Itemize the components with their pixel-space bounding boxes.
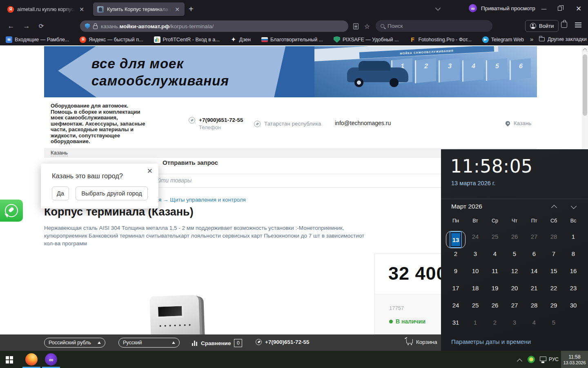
url-bar[interactable]: казань.мойки-автомат.рф/korpus-terminala… bbox=[80, 20, 348, 32]
keyboard-language-indicator[interactable]: РУС bbox=[549, 357, 559, 362]
window-close-button[interactable]: ✕ bbox=[576, 4, 581, 13]
calendar-day-selected[interactable]: 13 bbox=[446, 231, 466, 248]
calendar-day[interactable]: 28 bbox=[544, 228, 564, 245]
new-tab-button[interactable]: + bbox=[189, 4, 194, 14]
firefox-private-taskbar-icon[interactable] bbox=[45, 353, 57, 366]
breadcrumb[interactable]: я → Щиты управления и контроля bbox=[158, 197, 246, 203]
datetime-settings-link[interactable]: Параметры даты и времени bbox=[451, 338, 531, 345]
bookmark-item[interactable]: ЯЯндекс — быстрый п... bbox=[80, 36, 143, 43]
calendar-day[interactable]: 5 bbox=[505, 245, 524, 262]
tracking-shield-icon[interactable] bbox=[85, 23, 90, 29]
scrollbar-up-icon[interactable] bbox=[583, 48, 587, 52]
calendar-day[interactable]: 31 bbox=[446, 314, 466, 331]
bookmarks-overflow-chevron-icon[interactable]: » bbox=[530, 36, 533, 43]
calendar-day[interactable]: 27 bbox=[524, 228, 544, 245]
footer-phone[interactable]: +7(900)651-72-55 bbox=[256, 339, 309, 345]
calendar-day[interactable]: 18 bbox=[466, 279, 485, 296]
antivirus-tray-icon[interactable] bbox=[528, 356, 535, 363]
language-select[interactable]: Русский bbox=[118, 338, 180, 348]
search-bar[interactable]: Поиск bbox=[376, 20, 492, 32]
window-restore-button[interactable] bbox=[558, 7, 562, 11]
bookmark-item[interactable]: PIXSAFE — Удобный ... bbox=[334, 36, 399, 43]
popup-yes-button[interactable]: Да bbox=[52, 186, 69, 200]
menu-hamburger-icon[interactable] bbox=[575, 22, 581, 27]
calendar-day[interactable]: 3 bbox=[505, 314, 524, 331]
calendar-day[interactable]: 8 bbox=[564, 245, 583, 262]
calendar-day[interactable]: 11 bbox=[485, 262, 505, 279]
bookmark-item[interactable]: Telegram Web bbox=[482, 36, 524, 43]
cart-link[interactable]: Корзина bbox=[406, 339, 437, 345]
signin-button[interactable]: Войти bbox=[525, 20, 559, 32]
calendar-day[interactable]: 3 bbox=[466, 245, 485, 262]
calendar-day[interactable]: 24 bbox=[446, 296, 466, 314]
reload-button[interactable]: ⟳ bbox=[36, 21, 47, 31]
extension-icon[interactable] bbox=[561, 22, 567, 28]
other-bookmarks-button[interactable]: Другие закладки bbox=[539, 36, 587, 42]
calendar-day[interactable]: 21 bbox=[524, 279, 544, 296]
calendar-day[interactable]: 14 bbox=[524, 262, 544, 279]
calendar-day[interactable]: 2 bbox=[485, 314, 505, 331]
calendar-day[interactable]: 4 bbox=[485, 245, 505, 262]
calendar-day[interactable]: 25 bbox=[485, 228, 505, 245]
calendar-next-month-chevron-icon[interactable] bbox=[571, 203, 577, 209]
calendar-day[interactable]: 9 bbox=[446, 262, 466, 279]
flyout-date-link[interactable]: 13 марта 2026 г. bbox=[451, 180, 495, 186]
calendar-day[interactable]: 28 bbox=[524, 296, 544, 314]
whatsapp-widget[interactable] bbox=[0, 200, 23, 222]
bookmark-item[interactable]: FFotohosting.Pro - Фот... bbox=[409, 36, 471, 43]
calendar-day[interactable]: 20 bbox=[505, 279, 524, 296]
calendar-day[interactable]: 19 bbox=[485, 279, 505, 296]
calendar-day[interactable]: 12 bbox=[505, 262, 524, 279]
network-tray-icon[interactable] bbox=[540, 357, 546, 361]
forward-button[interactable]: → bbox=[21, 21, 32, 31]
calendar-day[interactable]: 16 bbox=[564, 262, 583, 279]
send-request-menu-item[interactable]: Отправить запрос bbox=[163, 159, 218, 166]
bookmark-item[interactable]: ✉Входящие — Рамбле... bbox=[6, 36, 69, 43]
calendar-day[interactable]: 15 bbox=[544, 262, 564, 279]
calendar-day[interactable]: 24 bbox=[466, 228, 485, 245]
tab-close-icon[interactable]: ✕ bbox=[78, 7, 85, 12]
calendar-day[interactable]: 29 bbox=[544, 296, 564, 314]
calendar-day[interactable]: 17 bbox=[446, 279, 466, 296]
phone-number[interactable]: +7(900)651-72-55 bbox=[199, 117, 243, 123]
calendar-day[interactable]: 1 bbox=[564, 228, 583, 245]
reader-mode-icon[interactable] bbox=[350, 21, 361, 31]
calendar-day[interactable]: 1 bbox=[466, 314, 485, 331]
bookmark-item[interactable]: ✦Дзен bbox=[230, 36, 251, 43]
tab-korpus-terminala[interactable]: Купить Корпус терминала в ма ✕ bbox=[93, 2, 185, 16]
calendar-day[interactable]: 23 bbox=[564, 279, 583, 296]
calendar-day[interactable]: 5 bbox=[544, 314, 564, 331]
city-selector-link[interactable]: Казань bbox=[51, 150, 68, 156]
scrollbar-thumb[interactable] bbox=[583, 54, 587, 116]
popup-other-city-button[interactable]: Выбрать другой город bbox=[76, 186, 148, 200]
tab-close-icon[interactable]: ✕ bbox=[174, 7, 180, 12]
calendar-prev-month-chevron-icon[interactable] bbox=[551, 205, 557, 211]
bookmark-star-icon[interactable]: ☆ bbox=[362, 21, 372, 31]
popup-close-icon[interactable]: ✕ bbox=[147, 167, 153, 175]
calendar-day[interactable]: 4 bbox=[524, 314, 544, 331]
calendar-day[interactable]: 6 bbox=[524, 245, 544, 262]
window-minimize-button[interactable] bbox=[541, 9, 546, 9]
calendar-day[interactable]: 30 bbox=[564, 296, 583, 314]
calendar-month-label[interactable]: Март 2026 bbox=[451, 203, 482, 210]
compare-link[interactable]: Сравнение 0 bbox=[192, 339, 242, 347]
back-button[interactable]: ← bbox=[6, 21, 16, 31]
lock-icon[interactable] bbox=[93, 25, 98, 29]
tray-expand-chevron-icon[interactable] bbox=[517, 359, 522, 364]
list-tabs-chevron-icon[interactable] bbox=[435, 5, 441, 11]
email-link[interactable]: info@technomages.ru bbox=[335, 120, 391, 126]
calendar-day[interactable]: 7 bbox=[544, 245, 564, 262]
tab-aimetall[interactable]: Я aimetall.ru куплю корпуса терм ✕ bbox=[3, 2, 89, 16]
start-button[interactable] bbox=[6, 356, 13, 363]
firefox-taskbar-icon[interactable] bbox=[25, 353, 38, 366]
calendar-day[interactable]: 22 bbox=[544, 279, 564, 296]
bookmark-item[interactable]: ProfiTCentR - Вход в а... bbox=[154, 36, 220, 43]
taskbar-clock[interactable]: 11:58 13.03.2026 bbox=[561, 351, 588, 368]
product-image[interactable] bbox=[146, 292, 220, 334]
calendar-day[interactable]: 27 bbox=[505, 296, 524, 314]
bookmark-item[interactable]: Благотворительный ... bbox=[261, 37, 323, 43]
calendar-day[interactable]: 10 bbox=[466, 262, 485, 279]
currency-select[interactable]: Российский рубль bbox=[44, 338, 105, 348]
calendar-day[interactable]: 26 bbox=[485, 296, 505, 314]
calendar-day[interactable]: 26 bbox=[505, 228, 524, 245]
